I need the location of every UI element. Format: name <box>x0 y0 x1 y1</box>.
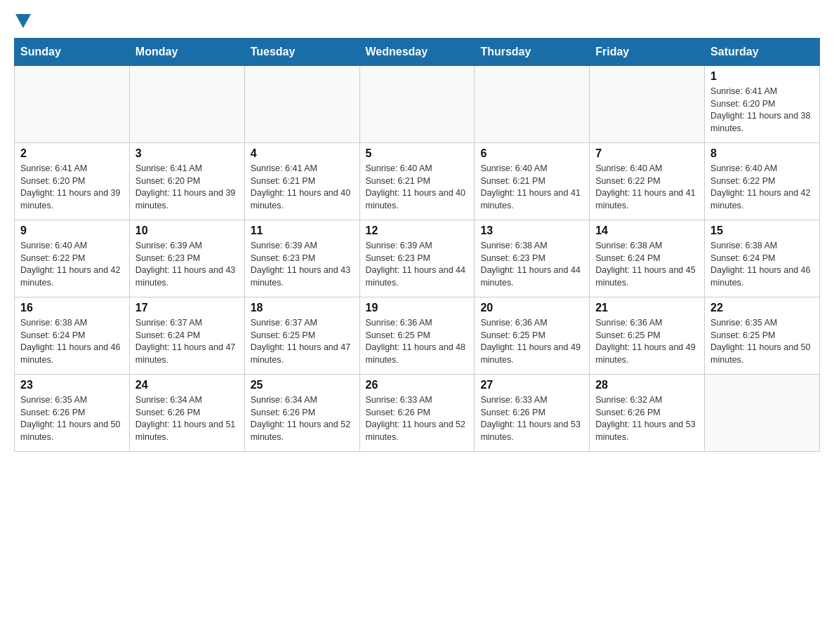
day-info: Sunrise: 6:40 AM Sunset: 6:21 PM Dayligh… <box>366 163 469 212</box>
calendar-cell: 17Sunrise: 6:37 AM Sunset: 6:24 PM Dayli… <box>129 297 244 375</box>
calendar-cell: 19Sunrise: 6:36 AM Sunset: 6:25 PM Dayli… <box>359 297 475 375</box>
day-number: 4 <box>251 147 354 160</box>
day-number: 3 <box>135 147 239 160</box>
day-number: 25 <box>251 379 354 391</box>
calendar-cell <box>359 66 475 143</box>
calendar-cell <box>129 66 244 143</box>
calendar-cell <box>705 375 820 452</box>
calendar-cell: 12Sunrise: 6:39 AM Sunset: 6:23 PM Dayli… <box>359 220 475 297</box>
day-number: 26 <box>366 379 469 391</box>
calendar-cell: 14Sunrise: 6:38 AM Sunset: 6:24 PM Dayli… <box>590 220 705 297</box>
day-number: 10 <box>135 224 239 237</box>
day-info: Sunrise: 6:34 AM Sunset: 6:26 PM Dayligh… <box>135 394 239 443</box>
day-info: Sunrise: 6:40 AM Sunset: 6:22 PM Dayligh… <box>20 240 124 289</box>
day-number: 11 <box>251 224 354 237</box>
day-number: 1 <box>710 70 814 83</box>
calendar-cell: 21Sunrise: 6:36 AM Sunset: 6:25 PM Dayli… <box>590 297 705 375</box>
day-info: Sunrise: 6:41 AM Sunset: 6:20 PM Dayligh… <box>135 163 239 212</box>
calendar-cell: 8Sunrise: 6:40 AM Sunset: 6:22 PM Daylig… <box>705 143 820 220</box>
day-number: 13 <box>480 224 583 237</box>
day-number: 18 <box>251 302 354 314</box>
day-number: 5 <box>366 147 469 160</box>
header-day-sunday: Sunday <box>15 39 130 66</box>
day-info: Sunrise: 6:32 AM Sunset: 6:26 PM Dayligh… <box>595 394 699 443</box>
calendar-table: SundayMondayTuesdayWednesdayThursdayFrid… <box>14 38 820 452</box>
calendar-cell: 26Sunrise: 6:33 AM Sunset: 6:26 PM Dayli… <box>359 375 475 452</box>
day-number: 6 <box>480 147 583 160</box>
page-header <box>14 14 820 27</box>
day-number: 22 <box>710 302 814 314</box>
calendar-body: 1Sunrise: 6:41 AM Sunset: 6:20 PM Daylig… <box>15 66 820 452</box>
day-info: Sunrise: 6:36 AM Sunset: 6:25 PM Dayligh… <box>595 317 699 366</box>
day-info: Sunrise: 6:41 AM Sunset: 6:20 PM Dayligh… <box>710 86 814 135</box>
header-day-friday: Friday <box>590 39 705 66</box>
day-info: Sunrise: 6:41 AM Sunset: 6:21 PM Dayligh… <box>251 163 354 212</box>
day-info: Sunrise: 6:37 AM Sunset: 6:24 PM Dayligh… <box>135 317 239 366</box>
calendar-cell: 6Sunrise: 6:40 AM Sunset: 6:21 PM Daylig… <box>475 143 590 220</box>
calendar-cell: 25Sunrise: 6:34 AM Sunset: 6:26 PM Dayli… <box>244 375 359 452</box>
calendar-cell: 22Sunrise: 6:35 AM Sunset: 6:25 PM Dayli… <box>705 297 820 375</box>
day-number: 19 <box>366 302 469 314</box>
day-number: 15 <box>710 224 814 237</box>
calendar-cell: 20Sunrise: 6:36 AM Sunset: 6:25 PM Dayli… <box>475 297 590 375</box>
header-day-thursday: Thursday <box>475 39 590 66</box>
calendar-cell: 10Sunrise: 6:39 AM Sunset: 6:23 PM Dayli… <box>129 220 244 297</box>
calendar-cell: 13Sunrise: 6:38 AM Sunset: 6:23 PM Dayli… <box>475 220 590 297</box>
calendar-week-row: 23Sunrise: 6:35 AM Sunset: 6:26 PM Dayli… <box>15 375 820 452</box>
calendar-cell: 5Sunrise: 6:40 AM Sunset: 6:21 PM Daylig… <box>359 143 475 220</box>
day-info: Sunrise: 6:35 AM Sunset: 6:25 PM Dayligh… <box>710 317 814 366</box>
calendar-cell: 9Sunrise: 6:40 AM Sunset: 6:22 PM Daylig… <box>15 220 130 297</box>
day-number: 23 <box>20 379 124 391</box>
calendar-cell: 2Sunrise: 6:41 AM Sunset: 6:20 PM Daylig… <box>15 143 130 220</box>
day-info: Sunrise: 6:40 AM Sunset: 6:22 PM Dayligh… <box>710 163 814 212</box>
calendar-cell: 1Sunrise: 6:41 AM Sunset: 6:20 PM Daylig… <box>705 66 820 143</box>
calendar-cell: 18Sunrise: 6:37 AM Sunset: 6:25 PM Dayli… <box>244 297 359 375</box>
logo-arrow-icon <box>15 14 31 28</box>
day-info: Sunrise: 6:34 AM Sunset: 6:26 PM Dayligh… <box>251 394 354 443</box>
calendar-cell <box>244 66 359 143</box>
calendar-cell: 7Sunrise: 6:40 AM Sunset: 6:22 PM Daylig… <box>590 143 705 220</box>
calendar-week-row: 1Sunrise: 6:41 AM Sunset: 6:20 PM Daylig… <box>15 66 820 143</box>
day-info: Sunrise: 6:33 AM Sunset: 6:26 PM Dayligh… <box>366 394 469 443</box>
calendar-cell: 15Sunrise: 6:38 AM Sunset: 6:24 PM Dayli… <box>705 220 820 297</box>
calendar-cell: 27Sunrise: 6:33 AM Sunset: 6:26 PM Dayli… <box>475 375 590 452</box>
calendar-cell <box>590 66 705 143</box>
calendar-cell: 11Sunrise: 6:39 AM Sunset: 6:23 PM Dayli… <box>244 220 359 297</box>
day-info: Sunrise: 6:38 AM Sunset: 6:24 PM Dayligh… <box>595 240 699 289</box>
day-number: 27 <box>480 379 583 391</box>
calendar-cell: 24Sunrise: 6:34 AM Sunset: 6:26 PM Dayli… <box>129 375 244 452</box>
day-number: 7 <box>595 147 699 160</box>
day-info: Sunrise: 6:38 AM Sunset: 6:23 PM Dayligh… <box>480 240 583 289</box>
day-info: Sunrise: 6:39 AM Sunset: 6:23 PM Dayligh… <box>251 240 354 289</box>
day-info: Sunrise: 6:40 AM Sunset: 6:22 PM Dayligh… <box>595 163 699 212</box>
calendar-cell: 4Sunrise: 6:41 AM Sunset: 6:21 PM Daylig… <box>244 143 359 220</box>
day-number: 2 <box>20 147 124 160</box>
header-row: SundayMondayTuesdayWednesdayThursdayFrid… <box>15 39 820 66</box>
calendar-week-row: 9Sunrise: 6:40 AM Sunset: 6:22 PM Daylig… <box>15 220 820 297</box>
day-info: Sunrise: 6:38 AM Sunset: 6:24 PM Dayligh… <box>20 317 124 366</box>
header-day-saturday: Saturday <box>705 39 820 66</box>
day-number: 28 <box>595 379 699 391</box>
header-day-tuesday: Tuesday <box>244 39 359 66</box>
calendar-header: SundayMondayTuesdayWednesdayThursdayFrid… <box>15 39 820 66</box>
calendar-cell: 16Sunrise: 6:38 AM Sunset: 6:24 PM Dayli… <box>15 297 130 375</box>
day-number: 21 <box>595 302 699 314</box>
day-info: Sunrise: 6:35 AM Sunset: 6:26 PM Dayligh… <box>20 394 124 443</box>
day-number: 14 <box>595 224 699 237</box>
day-info: Sunrise: 6:38 AM Sunset: 6:24 PM Dayligh… <box>710 240 814 289</box>
calendar-week-row: 16Sunrise: 6:38 AM Sunset: 6:24 PM Dayli… <box>15 297 820 375</box>
header-day-monday: Monday <box>129 39 244 66</box>
logo <box>14 14 31 27</box>
day-info: Sunrise: 6:33 AM Sunset: 6:26 PM Dayligh… <box>480 394 583 443</box>
calendar-cell: 3Sunrise: 6:41 AM Sunset: 6:20 PM Daylig… <box>129 143 244 220</box>
day-info: Sunrise: 6:41 AM Sunset: 6:20 PM Dayligh… <box>20 163 124 212</box>
day-number: 17 <box>135 302 239 314</box>
calendar-cell <box>15 66 130 143</box>
calendar-cell <box>475 66 590 143</box>
day-info: Sunrise: 6:36 AM Sunset: 6:25 PM Dayligh… <box>366 317 469 366</box>
calendar-cell: 23Sunrise: 6:35 AM Sunset: 6:26 PM Dayli… <box>15 375 130 452</box>
day-number: 12 <box>366 224 469 237</box>
day-info: Sunrise: 6:36 AM Sunset: 6:25 PM Dayligh… <box>480 317 583 366</box>
header-day-wednesday: Wednesday <box>359 39 475 66</box>
day-number: 8 <box>710 147 814 160</box>
